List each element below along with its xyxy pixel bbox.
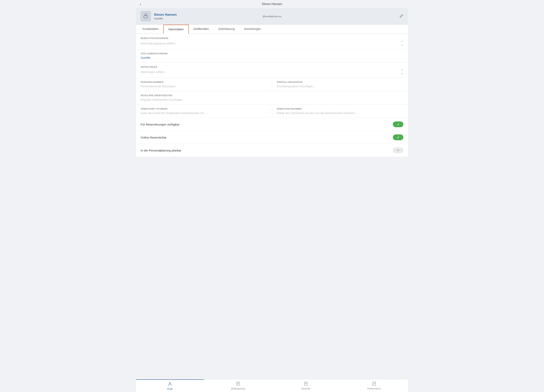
two-col-arbeitszeit: ARBEITSZEIT STUNDEN Gebe die Anzahl der … [136,105,408,118]
tab-kontaktdaten[interactable]: Kontaktdaten [138,25,163,34]
personalnummer-section[interactable]: PERSONALNUMMER Personalnummer hinzufügen… [136,78,272,91]
einstellungsdatum-value: Einstellungsdatum hinzufügen... [277,85,403,88]
abteilungen-value: Abteilungen wählen... [141,70,401,74]
avatar-icon [143,13,148,20]
two-col-personal: PERSONALNUMMER Personalnummer hinzufügen… [136,78,408,91]
svg-rect-0 [144,16,148,18]
toggle-online-track[interactable]: ✓ [393,135,403,140]
tab-geldbehaelter[interactable]: Geldbehälter [189,25,214,34]
berechtigungsebene-value: Berechtigungsebene wählen... [141,42,401,45]
berechtigungsebene-section[interactable]: BERECHTIGUNGSEBENE Berechtigungsebene wä… [136,34,408,49]
tab-stammdaten[interactable]: Stammdaten [163,25,189,34]
svg-point-1 [145,14,147,16]
top-bar: ‹ Simon Hansen [136,0,408,8]
regulaere-arbeitszeiten-value: Reguläre Arbeitszeiten hinzufügen ... [141,98,403,101]
arbeitszeitrahmen-value: Wähle den Zeitrahmen auf den sich die Ar… [277,111,403,115]
toggle-online[interactable]: ✓ [393,135,403,140]
regulaere-arbeitszeiten-label: REGULÄRE ARBEITSZEITEN [141,94,403,97]
arbeitszeit-stunden-value: Gebe die Anzahl der festgelegten Arbeits… [141,111,267,115]
arbeitszeit-stunden-label: ARBEITSZEIT STUNDEN [141,108,267,110]
profile-header: Simon Hansen Aushilfe @numberfour.eu [136,8,408,25]
toggle-reservierungen-section: Für Reservierungen verfügbar ✓ [136,118,408,131]
regulaere-arbeitszeiten-section[interactable]: REGULÄRE ARBEITSZEITEN Reguläre Arbeitsz… [136,91,408,105]
personalnummer-label: PERSONALNUMMER [141,81,267,83]
toggle-online-label: Online Reservierbar [141,136,166,139]
einstellungsdatum-section[interactable]: EINSTELLUNGSDATUM Einstellungsdatum hinz… [272,78,408,91]
toggle-reservierungen[interactable]: ✓ [393,121,403,127]
einstellungsdatum-label: EINSTELLUNGSDATUM [277,81,403,83]
abteilungen-label: ABTEILUNGEN [141,66,403,68]
toggle-online-section: Online Reservierbar ✓ [136,131,408,144]
toggle-reservierungen-label: Für Reservierungen verfügbar [141,123,179,126]
avatar [141,11,151,21]
page-title: Simon Hansen [262,2,282,6]
chevron-updown-icon: ⌃ ⌄ [401,41,403,46]
toggle-reservierungen-track[interactable]: ✓ [393,121,403,127]
main-content: BERECHTIGUNGSEBENE Berechtigungsebene wä… [136,34,408,157]
back-button[interactable]: ‹ [140,2,141,6]
tabs: Kontaktdaten Stammdaten Geldbehälter Zei… [136,25,408,34]
stellenbezeichnung-label: STELLENBEZEICHNUNG [141,52,403,55]
stellenbezeichnung-section[interactable]: STELLENBEZEICHNUNG Aushilfe [136,49,408,63]
profile-email: @numberfour.eu [262,15,281,18]
chevron-updown-icon-2: ⌃ ⌄ [401,70,403,75]
toggle-personalplanung-label: In der Personalplanung planbar [141,149,181,152]
checkmark-icon: ✓ [397,123,399,126]
x-icon: ✕ [397,149,399,152]
tab-zeiterfassung[interactable]: Zeiterfassung [214,25,239,34]
abteilungen-section[interactable]: ABTEILUNGEN Abteilungen wählen... ⌃ ⌄ [136,63,408,78]
toggle-personalplanung-section: In der Personalplanung planbar ✕ [136,144,408,157]
stellenbezeichnung-value: Aushilfe [141,56,403,59]
checkmark-icon-2: ✓ [397,135,399,139]
personalnummer-value: Personalnummer hinzufügen... [141,85,267,88]
edit-button[interactable] [399,14,403,19]
arbeitszeitrahmen-label: ARBEITSZEITRAHMEN [277,108,403,110]
toggle-personalplanung-track[interactable]: ✕ [393,147,403,153]
tab-anmerkungen[interactable]: Anmerkungen [239,25,266,34]
toggle-personalplanung[interactable]: ✕ [393,147,403,153]
arbeitszeit-stunden-section[interactable]: ARBEITSZEIT STUNDEN Gebe die Anzahl der … [136,105,272,118]
arbeitszeitrahmen-section[interactable]: ARBEITSZEITRAHMEN Wähle den Zeitrahmen a… [272,105,408,118]
berechtigungsebene-label: BERECHTIGUNGSEBENE [141,37,403,39]
